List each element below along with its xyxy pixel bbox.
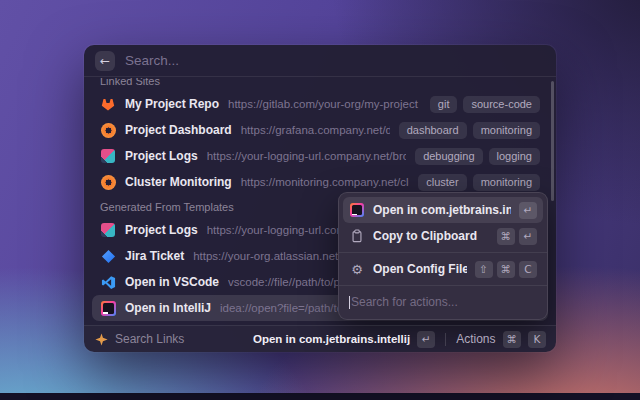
back-arrow-icon: ← xyxy=(100,54,110,68)
search-input[interactable]: Search... xyxy=(125,53,179,68)
extension-name-label: Search Links xyxy=(115,332,184,346)
popup-item-open-intellij[interactable]: Open in com.jetbrains.intellij ↵ xyxy=(343,197,543,223)
tag-badge: monitoring xyxy=(473,122,540,139)
item-title: Jira Ticket xyxy=(125,249,184,263)
grafana-icon xyxy=(100,122,116,138)
popup-divider xyxy=(339,285,547,286)
popup-item-open-config[interactable]: ⚙ Open Config File ⇧ ⌘ C xyxy=(343,256,543,282)
scrollbar-thumb[interactable] xyxy=(551,81,554,201)
grafana-icon xyxy=(100,174,116,190)
section-header-linked-sites: Linked Sites xyxy=(92,78,548,91)
item-title: Open in VSCode xyxy=(125,275,219,289)
desktop-bottom-strip xyxy=(0,393,640,400)
command-keycap: ⌘ xyxy=(497,261,516,278)
item-title: My Project Repo xyxy=(125,97,219,111)
item-title: Open in IntelliJ xyxy=(125,301,211,315)
actions-popup: Open in com.jetbrains.intellij ↵ Copy to… xyxy=(338,192,548,320)
return-keycap: ↵ xyxy=(417,331,435,348)
popup-divider xyxy=(339,252,547,253)
command-keycap: ⌘ xyxy=(497,228,516,245)
item-tags: git source-code xyxy=(430,96,540,113)
gitlab-icon xyxy=(100,96,116,112)
vscode-icon xyxy=(100,274,116,290)
footer-bar: Search Links Open in com.jetbrains.intel… xyxy=(84,325,556,352)
k-keycap: K xyxy=(528,331,546,348)
item-title: Project Logs xyxy=(125,223,198,237)
c-keycap: C xyxy=(519,261,537,278)
item-title: Project Dashboard xyxy=(125,123,232,137)
popup-item-label: Open in com.jetbrains.intellij xyxy=(373,203,511,217)
actions-search-placeholder: Search for actions... xyxy=(351,295,458,309)
list-item[interactable]: Project Logs https://your-logging-url.co… xyxy=(92,143,548,169)
item-url: https://monitoring.company.net/cluster/f… xyxy=(241,176,410,188)
tag-badge: logging xyxy=(489,148,540,165)
logs-icon xyxy=(100,222,116,238)
back-button[interactable]: ← xyxy=(95,51,115,71)
list-item[interactable]: My Project Repo https://gitlab.com/your-… xyxy=(92,91,548,117)
return-keycap: ↵ xyxy=(519,228,537,245)
item-tags: debugging logging xyxy=(415,148,540,165)
footer-separator xyxy=(445,333,446,346)
shortcut-keys: ↵ xyxy=(519,202,537,219)
tag-badge: monitoring xyxy=(473,174,540,191)
clipboard-icon xyxy=(349,228,365,244)
list-item[interactable]: Project Dashboard https://grafana.compan… xyxy=(92,117,548,143)
search-links-extension-icon xyxy=(94,332,108,346)
footer-actions: Open in com.jetbrains.intellij ↵ Actions… xyxy=(253,331,546,348)
popup-item-label: Copy to Clipboard xyxy=(373,229,489,243)
launcher-window: ← Search... Linked Sites My Project Repo… xyxy=(84,45,556,352)
actions-menu-button[interactable]: Actions xyxy=(456,332,495,346)
tag-badge: git xyxy=(430,96,458,113)
shortcut-keys: ⇧ ⌘ C xyxy=(475,261,538,278)
popup-item-copy-clipboard[interactable]: Copy to Clipboard ⌘ ↵ xyxy=(343,223,543,249)
intellij-icon xyxy=(349,202,365,218)
tag-badge: source-code xyxy=(463,96,540,113)
item-url: https://your-logging-url.company.net/bro… xyxy=(207,150,406,162)
tag-badge: debugging xyxy=(415,148,482,165)
jira-icon xyxy=(100,248,116,264)
tag-badge: cluster xyxy=(418,174,466,191)
item-title: Project Logs xyxy=(125,149,198,163)
logs-icon xyxy=(100,148,116,164)
command-keycap: ⌘ xyxy=(503,331,522,348)
item-url: https://grafana.company.net/d/project-ov… xyxy=(241,124,390,136)
intellij-icon xyxy=(100,300,116,316)
shift-keycap: ⇧ xyxy=(475,261,493,278)
tag-badge: dashboard xyxy=(399,122,467,139)
actions-search-input[interactable]: Search for actions... xyxy=(343,289,543,315)
item-url: https://gitlab.com/your-org/my-project xyxy=(228,98,421,110)
text-caret xyxy=(349,296,350,309)
item-title: Cluster Monitoring xyxy=(125,175,232,189)
item-tags: dashboard monitoring xyxy=(399,122,540,139)
return-keycap: ↵ xyxy=(519,202,537,219)
gear-icon: ⚙ xyxy=(349,261,365,277)
primary-action-label[interactable]: Open in com.jetbrains.intellij xyxy=(253,333,410,345)
popup-item-label: Open Config File xyxy=(373,262,467,276)
shortcut-keys: ⌘ ↵ xyxy=(497,228,538,245)
item-tags: cluster monitoring xyxy=(418,174,540,191)
search-bar: ← Search... xyxy=(84,45,556,77)
